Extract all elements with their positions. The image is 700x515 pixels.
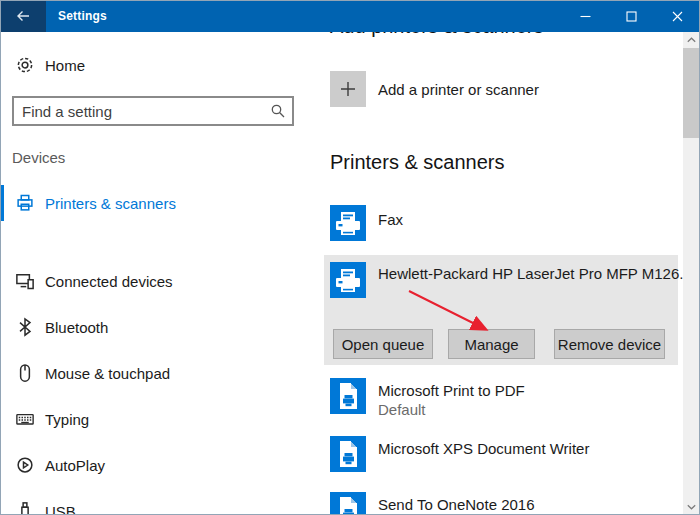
back-icon xyxy=(15,8,31,24)
printer-icon xyxy=(15,193,35,213)
scrollbar-thumb[interactable] xyxy=(683,48,700,138)
add-printer-label: Add a printer or scanner xyxy=(378,71,539,107)
sidebar-item-mouse-touchpad[interactable]: Mouse & touchpad xyxy=(0,355,300,391)
chevron-down-icon xyxy=(687,504,696,510)
window-title: Settings xyxy=(58,0,562,32)
maximize-button[interactable] xyxy=(608,0,654,32)
printer-row-hp-selected[interactable]: Hewlett-Packard HP LaserJet Pro MFP M126… xyxy=(324,255,678,365)
printer-name: Send To OneNote 2016 xyxy=(378,495,535,514)
heading-printers-scanners: Printers & scanners xyxy=(330,148,505,176)
printer-name: Microsoft XPS Document Writer xyxy=(378,439,589,458)
remove-device-button[interactable]: Remove device xyxy=(554,329,665,359)
settings-window: Add printers & scanners Add a printer or… xyxy=(0,0,700,515)
document-printer-icon xyxy=(330,492,366,515)
gear-icon xyxy=(15,55,35,75)
plus-icon xyxy=(330,71,366,107)
usb-icon xyxy=(15,501,35,515)
maximize-icon xyxy=(626,11,637,22)
manage-button[interactable]: Manage xyxy=(448,329,535,359)
chevron-up-icon xyxy=(687,37,696,43)
document-printer-icon xyxy=(330,378,366,414)
scrollbar[interactable] xyxy=(683,32,700,515)
sidebar-item-home[interactable]: Home xyxy=(0,47,300,83)
autoplay-icon xyxy=(15,455,35,475)
titlebar: Settings xyxy=(0,0,700,32)
sidebar-item-connected-devices[interactable]: Connected devices xyxy=(0,263,300,299)
sidebar-item-typing[interactable]: Typing xyxy=(0,401,300,437)
minimize-icon xyxy=(580,11,591,22)
scroll-up-button[interactable] xyxy=(683,32,700,47)
printer-tile-icon xyxy=(330,205,366,241)
close-icon xyxy=(672,11,683,22)
add-printer-button[interactable]: Add a printer or scanner xyxy=(330,71,660,107)
open-queue-button[interactable]: Open queue xyxy=(333,329,433,359)
printer-name: Hewlett-Packard HP LaserJet Pro MFP M126… xyxy=(378,265,692,282)
bluetooth-icon xyxy=(15,317,35,337)
close-button[interactable] xyxy=(654,0,700,32)
minimize-button[interactable] xyxy=(562,0,608,32)
printer-row-onenote[interactable]: Send To OneNote 2016 xyxy=(330,492,660,515)
devices-section-label: Devices xyxy=(12,149,65,166)
selection-indicator xyxy=(0,185,4,221)
scroll-down-button[interactable] xyxy=(683,499,700,514)
document-printer-icon xyxy=(330,436,366,472)
printer-name: Fax xyxy=(378,210,403,229)
search-input[interactable] xyxy=(12,96,294,126)
connected-devices-icon xyxy=(15,271,35,291)
sidebar: Home Devices Printers & scanners xyxy=(0,32,310,515)
keyboard-icon xyxy=(15,409,35,429)
home-label: Home xyxy=(45,57,85,74)
printer-row-pdf[interactable]: Microsoft Print to PDF Default xyxy=(330,378,660,418)
printer-tile-icon xyxy=(330,262,366,298)
sidebar-item-usb[interactable]: USB xyxy=(0,493,300,515)
default-label: Default xyxy=(378,400,426,419)
sidebar-item-bluetooth[interactable]: Bluetooth xyxy=(0,309,300,345)
printer-row-xps[interactable]: Microsoft XPS Document Writer xyxy=(330,436,660,476)
printer-row-fax[interactable]: Fax xyxy=(330,205,660,245)
sidebar-item-autoplay[interactable]: AutoPlay xyxy=(0,447,300,483)
sidebar-item-printers-scanners[interactable]: Printers & scanners xyxy=(0,185,300,221)
search-icon xyxy=(270,103,286,123)
back-button[interactable] xyxy=(0,0,46,32)
mouse-icon xyxy=(15,363,35,383)
printer-name: Microsoft Print to PDF xyxy=(378,381,525,400)
